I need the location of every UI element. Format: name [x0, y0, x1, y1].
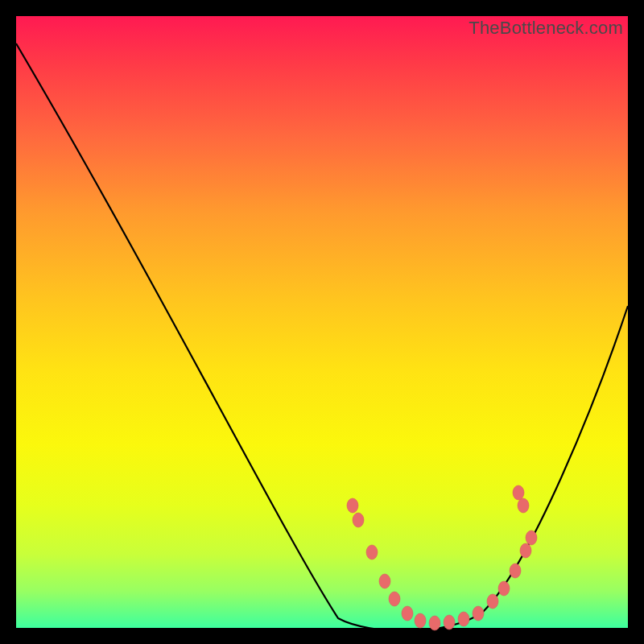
- chart-plot-area: TheBottleneck.com: [16, 16, 628, 628]
- dot: [415, 613, 426, 628]
- dot: [513, 485, 524, 500]
- dot: [520, 543, 531, 558]
- dot: [498, 581, 510, 596]
- dot: [526, 530, 537, 545]
- dot: [347, 498, 358, 513]
- dot: [402, 606, 413, 621]
- dot: [389, 592, 400, 606]
- dot: [458, 612, 469, 626]
- dot: [366, 545, 378, 559]
- dot: [353, 513, 364, 527]
- dot: [444, 615, 455, 630]
- dot: [518, 498, 529, 513]
- dot: [379, 574, 390, 588]
- dot: [510, 564, 521, 578]
- highlight-dots: [347, 485, 537, 630]
- chart-svg: [16, 16, 628, 628]
- bottleneck-curve-path: [16, 43, 628, 631]
- dot: [473, 606, 484, 621]
- dot: [487, 594, 498, 609]
- dot: [429, 616, 440, 630]
